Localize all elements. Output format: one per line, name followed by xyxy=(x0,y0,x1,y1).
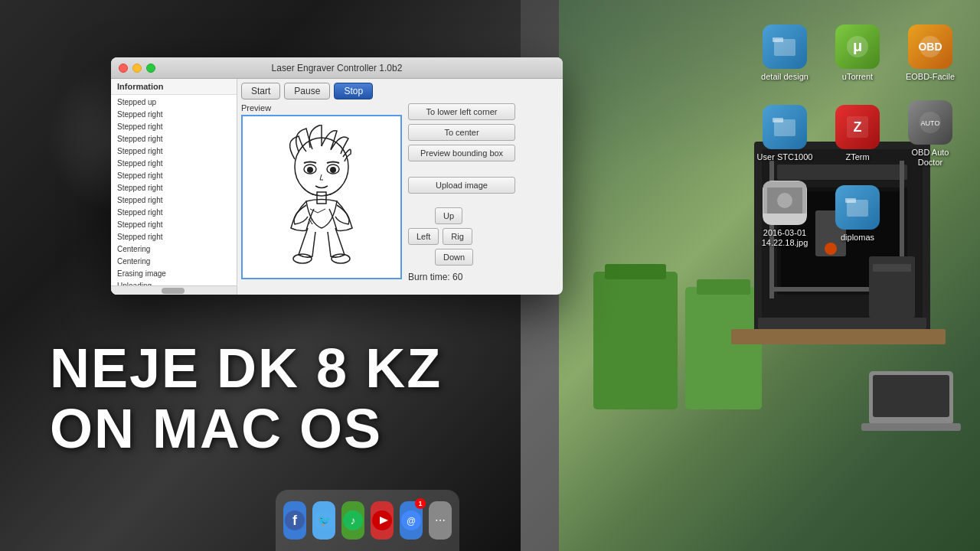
info-panel: Information Stepped upStepped rightStepp… xyxy=(111,79,237,295)
right-button[interactable]: Rig xyxy=(443,228,472,245)
start-button[interactable]: Start xyxy=(241,83,280,99)
desktop-icon-diplomas[interactable]: diplomas xyxy=(823,176,892,253)
maximize-button[interactable] xyxy=(146,64,155,73)
svg-rect-0 xyxy=(593,272,678,409)
left-button[interactable]: Left xyxy=(408,228,439,245)
info-list-item: Stepped right xyxy=(111,194,237,207)
info-scrollbar[interactable] xyxy=(111,285,237,295)
info-list-item: Stepped right xyxy=(111,170,237,182)
dock-item-facebook[interactable]: f xyxy=(283,501,306,540)
preview-image: X xyxy=(260,125,383,270)
burn-time-label: Burn time: 60 xyxy=(408,272,559,282)
center-button[interactable]: To center xyxy=(408,124,515,141)
detail-design-label: detail design xyxy=(761,72,808,82)
window-title: Laser Engraver Controller 1.0b2 xyxy=(272,63,403,73)
dock-item-misc[interactable]: ⋯ xyxy=(429,501,452,540)
svg-rect-2 xyxy=(685,287,762,409)
nav-row: Left Rig xyxy=(408,228,559,245)
svg-text:⋯: ⋯ xyxy=(435,514,446,527)
obd-label: OBD Auto Doctor xyxy=(900,148,961,168)
preview-area: Preview xyxy=(241,103,402,291)
dock-item-chrome[interactable]: @ 1 xyxy=(400,501,423,540)
info-list: Stepped upStepped rightStepped rightStep… xyxy=(111,95,237,285)
traffic-lights xyxy=(119,64,155,73)
desktop-icon-photo[interactable]: 2016-03-01 14.22.18.jpg xyxy=(750,176,819,253)
svg-rect-20 xyxy=(861,423,961,431)
svg-rect-44 xyxy=(317,192,326,204)
scrollbar-thumb xyxy=(162,288,185,294)
laser-engraver-window: Laser Engraver Controller 1.0b2 Informat… xyxy=(111,57,563,295)
svg-rect-17 xyxy=(873,264,911,272)
svg-rect-19 xyxy=(873,375,949,417)
zterm-label: ZTerm xyxy=(845,152,869,162)
info-list-item: Uploading xyxy=(111,280,237,285)
info-list-item: Stepped right xyxy=(111,133,237,145)
svg-rect-14 xyxy=(758,318,926,329)
svg-text:Z: Z xyxy=(854,119,862,135)
overlay-text: NEJE DK 8 KZ ON MAC OS xyxy=(50,338,442,459)
desktop-icon-detail-design[interactable]: detail design xyxy=(750,15,819,92)
stc-icon xyxy=(763,105,807,149)
pause-button[interactable]: Pause xyxy=(284,83,330,99)
window-body: Information Stepped upStepped rightStepp… xyxy=(111,79,563,295)
svg-point-43 xyxy=(330,167,336,173)
svg-point-46 xyxy=(332,254,350,263)
dock-item-youtube[interactable] xyxy=(371,501,394,540)
svg-rect-38 xyxy=(845,198,856,203)
lower-left-button[interactable]: To lower left corner xyxy=(408,103,515,120)
dock-item-spotify[interactable]: ♪ xyxy=(341,501,364,540)
up-button[interactable]: Up xyxy=(435,207,462,224)
svg-text:OBD: OBD xyxy=(918,41,942,53)
photo-label: 2016-03-01 14.22.18.jpg xyxy=(762,228,808,248)
info-list-item: Erasing image xyxy=(111,268,237,280)
info-list-item: Stepped up xyxy=(111,96,237,109)
info-list-item: Stepped right xyxy=(111,158,237,170)
svg-text:♪: ♪ xyxy=(351,514,356,527)
info-list-item: Stepped right xyxy=(111,145,237,158)
upload-image-button[interactable]: Upload image xyxy=(408,177,515,194)
overlay-line1: NEJE DK 8 KZ xyxy=(50,338,442,399)
preview-bbox-button[interactable]: Preview bounding box xyxy=(408,145,515,161)
desktop-icon-obd[interactable]: AUTO OBD Auto Doctor xyxy=(896,96,965,172)
diplomas-label: diplomas xyxy=(841,233,874,243)
info-header: Information xyxy=(111,79,237,95)
desktop-icon-eobd[interactable]: OBD EOBD-Facile xyxy=(896,15,965,92)
svg-rect-22 xyxy=(773,37,783,42)
info-list-item: Stepped right xyxy=(111,182,237,194)
svg-text:AUTO: AUTO xyxy=(921,119,940,127)
minimize-button[interactable] xyxy=(132,64,142,73)
desktop-icon-zterm[interactable]: Z ZTerm xyxy=(823,96,892,172)
svg-rect-1 xyxy=(605,264,666,279)
svg-rect-15 xyxy=(731,329,946,344)
dock: f 🐦 ♪ @ 1 ⋯ xyxy=(276,490,459,551)
obd-icon: AUTO xyxy=(908,100,952,145)
svg-point-45 xyxy=(293,254,312,263)
svg-text:μ: μ xyxy=(853,37,862,54)
down-button[interactable]: Down xyxy=(435,249,473,266)
svg-rect-3 xyxy=(697,279,750,295)
svg-text:X: X xyxy=(308,217,314,226)
info-list-item: Stepped right xyxy=(111,207,237,219)
photo-icon xyxy=(763,181,807,225)
desktop-icon-stc[interactable]: User STC1000 xyxy=(750,96,819,172)
desktop-icon-utorrent[interactable]: μ uTorrent xyxy=(823,15,892,92)
svg-rect-36 xyxy=(763,214,806,224)
info-list-item: Centering xyxy=(111,243,237,256)
svg-text:f: f xyxy=(292,513,298,528)
info-list-item: Stepped right xyxy=(111,231,237,243)
close-button[interactable] xyxy=(119,64,128,73)
info-list-item: Stepped right xyxy=(111,219,237,231)
content-row: Preview xyxy=(241,103,559,291)
diplomas-icon xyxy=(835,185,880,230)
eobd-icon: OBD xyxy=(908,24,952,69)
svg-point-35 xyxy=(777,193,792,208)
stop-button[interactable]: Stop xyxy=(334,83,373,99)
utorrent-icon: μ xyxy=(835,24,880,69)
svg-text:@: @ xyxy=(407,516,416,527)
utorrent-label: uTorrent xyxy=(842,72,873,82)
preview-label: Preview xyxy=(241,103,402,112)
dock-item-twitter[interactable]: 🐦 xyxy=(312,501,335,540)
zterm-icon: Z xyxy=(835,105,880,149)
info-list-item: Stepped right xyxy=(111,109,237,121)
detail-design-icon xyxy=(763,24,807,69)
